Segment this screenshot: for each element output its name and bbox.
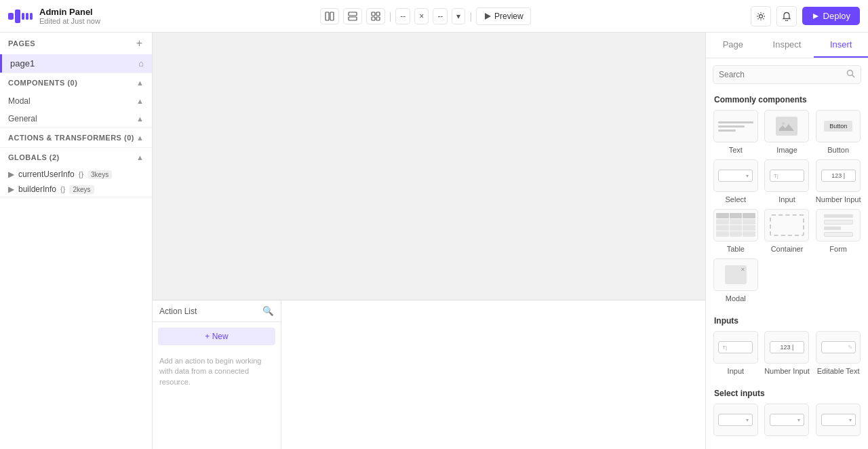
layout-button-3[interactable] bbox=[366, 8, 385, 24]
dropdown-button[interactable]: ▾ bbox=[452, 8, 465, 24]
global-item-currentuser[interactable]: ▶ currentUserInfo {} 3keys bbox=[0, 167, 152, 182]
component-select[interactable]: ▾ Select bbox=[713, 159, 759, 203]
app-title: Admin Panel bbox=[39, 7, 100, 17]
search-bar bbox=[713, 65, 861, 84]
actions-section: ACTIONS & TRANSFORMERS (0) ▲ bbox=[0, 128, 152, 148]
logo bbox=[8, 9, 33, 23]
modal-chevron: ▲ bbox=[136, 97, 144, 105]
action-list-panel: Action List 🔍 + New Add an action to beg… bbox=[153, 300, 281, 449]
layout-button-2[interactable] bbox=[343, 8, 362, 24]
component-button[interactable]: Button Button bbox=[815, 110, 861, 154]
form-label: Form bbox=[829, 245, 847, 253]
undo-button[interactable]: -- bbox=[395, 8, 410, 24]
container-icon bbox=[764, 209, 809, 241]
component-number-input2[interactable]: 123 | Number Input bbox=[764, 331, 810, 375]
svg-point-16 bbox=[848, 71, 853, 76]
number-input-icon: 123 | bbox=[816, 159, 861, 192]
components-section: COMPONENTS (0) ▲ Modal ▲ General ▲ bbox=[0, 73, 152, 128]
select-label: Select bbox=[726, 195, 747, 203]
topbar-center: | -- × -- ▾ | Preview bbox=[320, 7, 531, 25]
action-hint: Add an action to begin working with data… bbox=[153, 351, 281, 393]
component-container[interactable]: Container bbox=[764, 209, 810, 253]
right-panel: Page Inspect Insert Commonly components bbox=[705, 33, 868, 449]
modal-header[interactable]: Modal ▲ bbox=[8, 92, 144, 110]
tab-insert[interactable]: Insert bbox=[814, 33, 868, 58]
editable-text-icon: ✎ bbox=[816, 331, 861, 364]
add-page-button[interactable]: + bbox=[135, 38, 144, 49]
component-form[interactable]: Form bbox=[815, 209, 861, 253]
svg-line-17 bbox=[852, 75, 855, 78]
component-image[interactable]: Image bbox=[764, 110, 810, 154]
select4-icon: ▾ bbox=[816, 404, 861, 436]
pages-section: PAGES + page1 ⌂ bbox=[0, 33, 152, 73]
svg-rect-3 bbox=[26, 13, 28, 20]
component-input2[interactable]: T| Input bbox=[713, 331, 759, 375]
actions-header[interactable]: ACTIONS & TRANSFORMERS (0) ▲ bbox=[0, 128, 152, 147]
action-list-header: Action List 🔍 bbox=[153, 300, 281, 322]
component-select3[interactable]: ▾ bbox=[764, 404, 810, 436]
topbar-right: Deploy bbox=[751, 6, 860, 26]
page1-item[interactable]: page1 ⌂ bbox=[0, 54, 152, 73]
tab-inspect[interactable]: Inspect bbox=[760, 33, 814, 58]
component-number-input[interactable]: 123 | Number Input bbox=[815, 159, 861, 203]
app-subtitle: Edited at Just now bbox=[39, 17, 100, 25]
general-title: General bbox=[8, 114, 37, 123]
modal-icon: ✕ bbox=[713, 258, 758, 291]
new-action-button[interactable]: + New bbox=[158, 328, 275, 345]
globals-title: GLOBALS (2) bbox=[8, 153, 60, 161]
general-header[interactable]: General ▲ bbox=[8, 110, 144, 128]
modal-title: Modal bbox=[8, 96, 31, 106]
component-table[interactable]: Table bbox=[713, 209, 759, 253]
components-header[interactable]: COMPONENTS (0) ▲ bbox=[0, 73, 152, 92]
select-inputs-section: Select inputs ▾ ▾ bbox=[706, 385, 868, 443]
button-label: Button bbox=[827, 146, 849, 154]
canvas-top bbox=[153, 33, 705, 300]
svg-rect-0 bbox=[8, 13, 14, 20]
close-button[interactable]: × bbox=[414, 8, 429, 24]
settings-button[interactable] bbox=[751, 6, 771, 26]
select-inputs-grid: ▾ ▾ ▾ bbox=[706, 404, 868, 443]
deploy-button[interactable]: Deploy bbox=[802, 7, 860, 25]
separator-1: | bbox=[389, 11, 392, 22]
search-input[interactable] bbox=[719, 70, 846, 79]
topbar-left: Admin Panel Edited at Just now bbox=[8, 7, 100, 25]
tab-page[interactable]: Page bbox=[706, 33, 760, 58]
component-text[interactable]: Text bbox=[713, 110, 759, 154]
canvas-bottom: Action List 🔍 + New Add an action to beg… bbox=[153, 300, 705, 449]
select-inputs-title: Select inputs bbox=[706, 385, 868, 404]
component-editable-text[interactable]: ✎ Editable Text bbox=[815, 331, 861, 375]
deploy-label: Deploy bbox=[823, 11, 850, 21]
editable-text-label: Editable Text bbox=[817, 367, 860, 375]
svg-point-14 bbox=[759, 14, 762, 18]
action-list-title: Action List bbox=[159, 307, 197, 316]
button-icon: Button bbox=[816, 110, 861, 142]
component-select2[interactable]: ▾ bbox=[713, 404, 759, 436]
component-select4[interactable]: ▾ bbox=[815, 404, 861, 436]
svg-marker-13 bbox=[485, 13, 491, 20]
modal-label: Modal bbox=[726, 294, 746, 302]
svg-rect-11 bbox=[372, 17, 375, 20]
global-type-1: {} bbox=[79, 170, 83, 178]
page1-label: page1 bbox=[10, 58, 35, 69]
global-name-2: builderInfo bbox=[18, 184, 56, 194]
number-input-label: Number Input bbox=[816, 195, 861, 203]
select3-icon: ▾ bbox=[764, 404, 809, 436]
action-list-search-button[interactable]: 🔍 bbox=[262, 306, 274, 316]
preview-button[interactable]: Preview bbox=[476, 7, 531, 25]
commonly-title: Commonly components bbox=[706, 91, 868, 110]
global-arrow-2: ▶ bbox=[8, 184, 14, 194]
component-modal[interactable]: ✕ Modal bbox=[713, 258, 759, 302]
layout-button-1[interactable] bbox=[320, 8, 339, 24]
pages-header[interactable]: PAGES + bbox=[0, 33, 152, 54]
pages-title: PAGES bbox=[8, 39, 35, 47]
redo-button[interactable]: -- bbox=[433, 8, 448, 24]
svg-rect-4 bbox=[30, 13, 33, 20]
global-item-builder[interactable]: ▶ builderInfo {} 2keys bbox=[0, 182, 152, 197]
globals-header[interactable]: GLOBALS (2) ▲ bbox=[0, 148, 152, 167]
notifications-button[interactable] bbox=[776, 6, 797, 26]
search-icon-button[interactable] bbox=[846, 69, 855, 80]
component-input[interactable]: T| Input bbox=[764, 159, 810, 203]
svg-rect-1 bbox=[15, 9, 20, 23]
svg-point-19 bbox=[782, 122, 785, 125]
app-info: Admin Panel Edited at Just now bbox=[39, 7, 100, 25]
